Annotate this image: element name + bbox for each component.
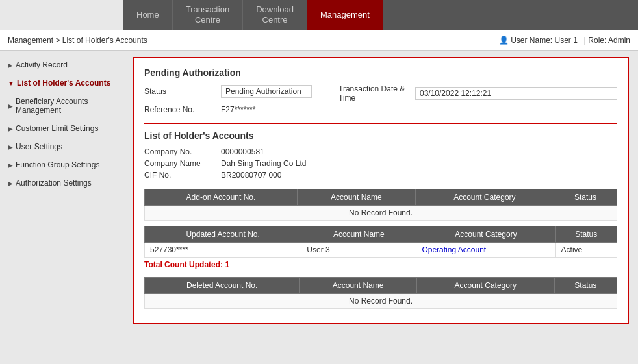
sidebar-item-list-holder-accounts[interactable]: ▼ List of Holder's Accounts: [0, 74, 123, 92]
deleted-table-section: Deleted Account No. Account Name Account…: [144, 277, 617, 309]
sidebar-item-label: User Settings: [16, 142, 62, 151]
cif-value: BR20080707 000: [221, 171, 281, 180]
sidebar: ▶ Activity Record ▼ List of Holder's Acc…: [0, 51, 123, 364]
deleted-col-account-name: Account Name: [300, 278, 416, 294]
nav-download-centre[interactable]: Download Centre: [243, 0, 307, 30]
user-name: 👤 User Name: User 1: [499, 36, 578, 45]
updated-account-no: 527730****: [145, 243, 301, 258]
updated-col-account-name: Account Name: [301, 226, 416, 243]
content-area: Pending Authorization Status Pending Aut…: [123, 51, 638, 364]
arrow-icon: ▶: [8, 125, 13, 132]
add-on-no-record: No Record Found.: [145, 206, 617, 221]
breadcrumb-bar: Management > List of Holder's Accounts 👤…: [0, 30, 638, 51]
company-section: Company No. 0000000581 Company Name Dah …: [144, 147, 617, 180]
status-row: Status Pending Authorization: [144, 84, 312, 99]
company-no-label: Company No.: [144, 147, 216, 156]
status-value: Pending Authorization: [221, 85, 312, 98]
txn-date-label: Transaction Date & Time: [338, 84, 410, 103]
ref-value: F27*******: [221, 105, 255, 114]
table-row: 527730**** User 3 Operating Account Acti…: [145, 243, 617, 258]
info-left-col: Status Pending Authorization Reference N…: [144, 84, 312, 117]
cif-row: CIF No. BR20080707 000: [144, 171, 617, 180]
sidebar-item-label: Customer Limit Settings: [16, 124, 98, 133]
ref-row: Reference No. F27*******: [144, 103, 312, 117]
updated-col-status: Status: [555, 226, 617, 243]
deleted-col-account-no: Deleted Account No.: [145, 278, 300, 294]
add-on-col-status: Status: [554, 189, 617, 206]
deleted-no-record: No Record Found.: [145, 294, 617, 309]
updated-table-section: Updated Account No. Account Name Account…: [144, 226, 617, 272]
add-on-table: Add-on Account No. Account Name Account …: [144, 189, 617, 221]
deleted-col-status: Status: [554, 278, 617, 294]
main-panel: Pending Authorization Status Pending Aut…: [133, 57, 629, 324]
sidebar-item-label: Function Group Settings: [16, 160, 99, 169]
info-grid: Status Pending Authorization Reference N…: [144, 84, 617, 117]
updated-status: Active: [555, 243, 617, 258]
company-name-label: Company Name: [144, 159, 216, 168]
cif-label: CIF No.: [144, 171, 216, 180]
account-category-link[interactable]: Operating Account: [422, 245, 486, 254]
txn-date-row: Transaction Date & Time 03/10/2022 12:12…: [338, 84, 617, 103]
total-count-label: Total Count Updated:: [144, 260, 223, 269]
total-count: Total Count Updated: 1: [144, 258, 617, 272]
pending-auth-title: Pending Authorization: [144, 67, 617, 78]
main-layout: ▶ Activity Record ▼ List of Holder's Acc…: [0, 51, 638, 364]
arrow-icon: ▶: [8, 180, 13, 187]
sidebar-item-function-group[interactable]: ▶ Function Group Settings: [0, 156, 123, 174]
deleted-no-record-text: No Record Found.: [145, 294, 617, 309]
add-on-table-section: Add-on Account No. Account Name Account …: [144, 189, 617, 221]
sidebar-item-customer-limit[interactable]: ▶ Customer Limit Settings: [0, 119, 123, 138]
sidebar-item-label: Beneficiary Accounts Management: [16, 97, 115, 115]
arrow-icon: ▶: [8, 162, 13, 169]
deleted-col-account-category: Account Category: [416, 278, 554, 294]
user-role: | Role: Admin: [584, 36, 630, 45]
company-no-value: 0000000581: [221, 147, 264, 156]
add-on-col-account-name: Account Name: [297, 189, 415, 206]
add-on-no-record-text: No Record Found.: [145, 206, 617, 221]
updated-account-category: Operating Account: [416, 243, 555, 258]
arrow-icon: ▶: [8, 103, 13, 110]
info-divider: [325, 84, 325, 117]
top-navigation: Home Transaction Centre Download Centre …: [0, 0, 638, 30]
txn-date-value: 03/10/2022 12:12:21: [415, 87, 617, 100]
updated-col-account-no: Updated Account No.: [145, 226, 301, 243]
deleted-table: Deleted Account No. Account Name Account…: [144, 277, 617, 309]
nav-transaction-centre[interactable]: Transaction Centre: [173, 0, 243, 30]
breadcrumb: Management > List of Holder's Accounts: [8, 36, 147, 45]
sidebar-item-label: Authorization Settings: [16, 178, 92, 188]
updated-account-name: User 3: [301, 243, 416, 258]
list-holder-title: List of Holder's Accounts: [144, 130, 617, 141]
section-divider: [144, 123, 617, 124]
user-info: 👤 User Name: User 1 | Role: Admin: [499, 36, 630, 45]
sidebar-item-label: Activity Record: [16, 60, 68, 69]
arrow-icon: ▶: [8, 62, 13, 69]
arrow-icon: ▶: [8, 143, 13, 151]
info-right-col: Transaction Date & Time 03/10/2022 12:12…: [338, 84, 617, 117]
company-name-value: Dah Sing Trading Co Ltd: [221, 159, 306, 168]
add-on-col-account-no: Add-on Account No.: [145, 189, 298, 206]
nav-management[interactable]: Management: [307, 0, 383, 30]
status-label: Status: [144, 87, 216, 96]
updated-col-account-category: Account Category: [416, 226, 555, 243]
ref-label: Reference No.: [144, 105, 216, 114]
sidebar-item-authorization[interactable]: ▶ Authorization Settings: [0, 174, 123, 192]
add-on-col-account-category: Account Category: [415, 189, 554, 206]
sidebar-item-activity-record[interactable]: ▶ Activity Record: [0, 56, 123, 74]
updated-table: Updated Account No. Account Name Account…: [144, 226, 617, 258]
sidebar-item-user-settings[interactable]: ▶ User Settings: [0, 138, 123, 156]
total-count-value: 1: [225, 260, 229, 269]
sidebar-item-label: List of Holder's Accounts: [17, 79, 110, 88]
company-no-row: Company No. 0000000581: [144, 147, 617, 156]
sidebar-item-beneficiary-accounts[interactable]: ▶ Beneficiary Accounts Management: [0, 92, 123, 119]
nav-home[interactable]: Home: [123, 0, 173, 30]
company-name-row: Company Name Dah Sing Trading Co Ltd: [144, 159, 617, 168]
arrow-icon: ▼: [8, 80, 14, 87]
